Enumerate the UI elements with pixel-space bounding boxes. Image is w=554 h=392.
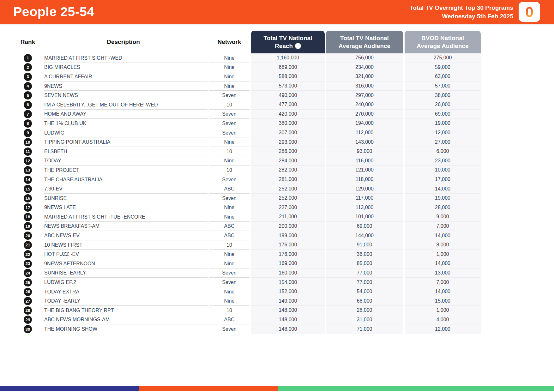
total-tv-reach-value: 284,000 (251, 156, 325, 166)
rank-cell: 9 (17, 128, 38, 138)
bvod-average-audience-value: 27,000 (405, 137, 481, 147)
total-tv-average-audience-value: 316,000 (326, 81, 403, 91)
rank-cell: 20 (17, 231, 38, 240)
bvod-average-audience-value: 4,000 (405, 315, 481, 325)
programs-table: Rank Description Network Total TV Nation… (17, 31, 481, 334)
table-row: 16SUNRISESeven252,000117,00019,000 (17, 194, 481, 203)
table-row: 22HOT FUZZ -EVNine176,00036,0001,000 (17, 250, 481, 259)
program-network: Seven (208, 194, 250, 203)
bvod-average-audience-value: 23,000 (405, 156, 481, 166)
bvod-average-audience-value: 19,000 (405, 119, 481, 128)
program-network: 10 (208, 100, 250, 110)
column-header-description: Description (38, 31, 208, 53)
program-network: Nine (208, 259, 250, 268)
rank-badge: 10 (24, 138, 32, 146)
total-tv-average-audience-value: 77,000 (326, 268, 403, 278)
footer-segment-navy (0, 386, 139, 391)
total-tv-average-audience-value: 112,000 (326, 128, 403, 138)
table-row: 6I'M A CELEBRITY...GET ME OUT OF HERE! W… (17, 100, 481, 110)
rank-badge: 25 (24, 278, 32, 286)
program-network: 10 (208, 147, 250, 156)
total-tv-average-audience-value: 77,000 (326, 278, 403, 287)
rank-cell: 4 (17, 81, 38, 91)
total-tv-average-audience-value: 68,000 (326, 296, 403, 306)
program-description: TODAY (38, 156, 208, 166)
reach-header-line2: Reach (275, 42, 293, 50)
rank-badge: 20 (24, 232, 32, 240)
program-network: 10 (208, 240, 250, 250)
rank-cell: 29 (17, 315, 38, 325)
rank-badge: 13 (24, 166, 32, 174)
bvod-average-audience-value: 14,000 (405, 287, 481, 297)
sort-descending-icon: ↓ (295, 43, 301, 49)
total-tv-average-audience-value: 194,000 (326, 119, 403, 128)
total-tv-reach-value: 200,000 (251, 222, 325, 231)
program-network: ABC (208, 222, 250, 231)
total-tv-average-audience-value: 117,000 (326, 194, 403, 203)
total-tv-reach-value: 176,000 (251, 250, 325, 259)
program-description: ELSBETH (38, 147, 208, 156)
program-network: Nine (208, 296, 250, 306)
rank-cell: 22 (17, 250, 38, 259)
column-header-total-tv-average-audience[interactable]: Total TV National Average Audience (326, 31, 403, 53)
rank-cell: 18 (17, 212, 38, 222)
rank-cell: 14 (17, 175, 38, 184)
total-tv-average-audience-value: 297,000 (326, 91, 403, 100)
program-description: THE BIG BANG THEORY RPT (38, 306, 208, 315)
program-description: A CURRENT AFFAIR (38, 72, 208, 81)
column-header-bvod-average-audience[interactable]: BVOD National Average Audience (405, 31, 481, 53)
bvod-header-line2: Average Audience (417, 42, 468, 50)
total-tv-reach-value: 380,000 (251, 119, 325, 128)
table-row: 24SUNRISE -EARLYSeven160,00077,00013,000 (17, 268, 481, 278)
rank-badge: 6 (24, 101, 32, 109)
total-tv-average-audience-value: 144,000 (326, 231, 403, 240)
table-row: 157.30-EVABC252,000129,00014,000 (17, 184, 481, 194)
total-tv-average-audience-value: 121,000 (326, 166, 403, 175)
program-description: LUDWIG (38, 128, 208, 138)
total-tv-reach-value: 176,000 (251, 240, 325, 250)
total-tv-reach-value: 420,000 (251, 110, 325, 119)
table-row: 5SEVEN NEWSSeven490,000297,00038,000 (17, 91, 481, 100)
program-description: MARRIED AT FIRST SIGHT -WED (38, 53, 208, 63)
report-subtitle: Total TV Overnight Top 30 Programs Wedne… (410, 3, 513, 21)
bvod-average-audience-value: 38,000 (405, 91, 481, 100)
total-tv-average-audience-value: 113,000 (326, 203, 403, 213)
program-network: ABC (208, 231, 250, 240)
oztam-logo: 0 (519, 2, 540, 22)
reach-header-line1: Total TV National (264, 34, 312, 42)
program-description: SEVEN NEWS (38, 91, 208, 100)
bvod-average-audience-value: 275,000 (405, 53, 481, 63)
bvod-average-audience-value: 19,000 (405, 194, 481, 203)
program-description: THE 1% CLUB UK (38, 119, 208, 128)
table-row: 18MARRIED AT FIRST SIGHT -TUE -ENCORENin… (17, 212, 481, 222)
total-tv-average-audience-value: 31,000 (326, 315, 403, 325)
rank-badge: 1 (24, 54, 32, 62)
table-row: 26TODAY EXTRANine152,00054,00014,000 (17, 287, 481, 297)
rank-badge: 29 (24, 316, 32, 324)
rank-badge: 16 (24, 194, 32, 202)
program-network: 10 (208, 306, 250, 315)
program-network: 10 (208, 166, 250, 175)
total-tv-average-audience-value: 129,000 (326, 184, 403, 194)
program-network: Nine (208, 72, 250, 81)
program-network: Seven (208, 128, 250, 138)
table-row: 239NEWS AFTERNOONNine169,00085,00014,000 (17, 259, 481, 268)
rank-cell: 19 (17, 222, 38, 231)
rank-cell: 13 (17, 166, 38, 175)
table-row: 12TODAYNine284,000116,00023,000 (17, 156, 481, 166)
report-name: Total TV Overnight Top 30 Programs (410, 3, 513, 12)
total-tv-average-audience-value: 234,000 (326, 63, 403, 72)
total-tv-reach-value: 227,000 (251, 203, 325, 213)
program-description: SUNRISE -EARLY (38, 268, 208, 278)
column-header-total-tv-reach[interactable]: Total TV National Reach ↓ (251, 31, 325, 53)
table-row: 29ABC NEWS MORNINGS-AMABC148,00031,0004,… (17, 315, 481, 325)
program-description: THE MORNING SHOW (38, 324, 208, 334)
program-description: TODAY EXTRA (38, 287, 208, 297)
column-header-network: Network (208, 31, 250, 53)
total-tv-average-audience-value: 116,000 (326, 156, 403, 166)
bvod-average-audience-value: 6,000 (405, 147, 481, 156)
rank-cell: 27 (17, 296, 38, 306)
rank-cell: 10 (17, 137, 38, 147)
rank-badge: 19 (24, 222, 32, 230)
table-row: 7HOME AND AWAYSeven420,000270,00069,000 (17, 110, 481, 119)
